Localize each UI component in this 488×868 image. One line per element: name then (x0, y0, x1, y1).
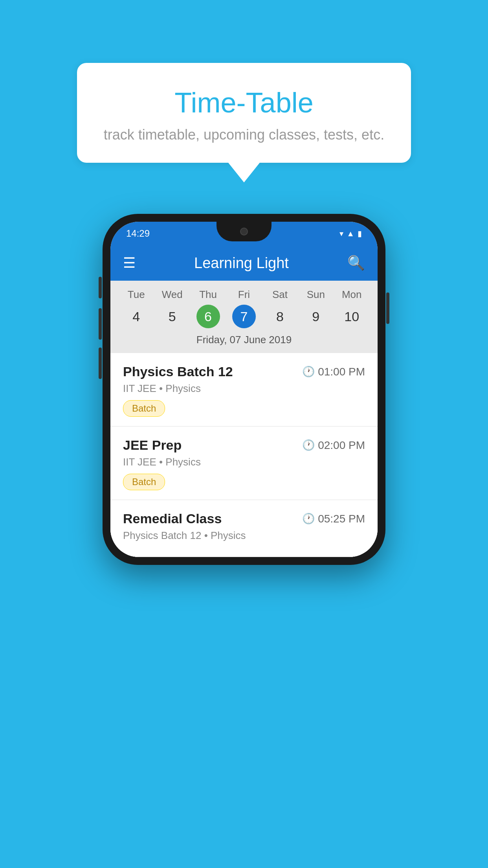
speech-bubble-container: Time-Table track timetable, upcoming cla… (77, 63, 411, 182)
clock-icon: 🕐 (302, 366, 315, 378)
clock-icon: 🕐 (302, 439, 315, 451)
schedule-item[interactable]: JEE Prep🕐02:00 PMIIT JEE • PhysicsBatch (110, 427, 378, 500)
phone-outer: 14:29 ▾ ▲ ▮ ☰ Learning Light 🔍 (103, 214, 385, 565)
day-number: 4 (125, 305, 148, 328)
day-name: Fri (238, 289, 250, 301)
schedule-item[interactable]: Physics Batch 12🕐01:00 PMIIT JEE • Physi… (110, 353, 378, 427)
schedule-time: 🕐05:25 PM (302, 513, 365, 525)
status-icons: ▾ ▲ ▮ (339, 229, 362, 238)
day-number: 8 (268, 305, 292, 328)
batch-badge: Batch (123, 474, 165, 490)
clock-icon: 🕐 (302, 513, 315, 525)
phone-mockup: 14:29 ▾ ▲ ▮ ☰ Learning Light 🔍 (103, 214, 385, 565)
day-col-tue[interactable]: Tue4 (125, 289, 148, 328)
schedule-meta: IIT JEE • Physics (123, 383, 365, 395)
day-name: Wed (162, 289, 183, 301)
schedule-meta: IIT JEE • Physics (123, 456, 365, 468)
schedule-item[interactable]: Remedial Class🕐05:25 PMPhysics Batch 12 … (110, 500, 378, 557)
schedule-title: Physics Batch 12 (123, 364, 233, 379)
speech-bubble: Time-Table track timetable, upcoming cla… (77, 63, 411, 163)
day-col-sun[interactable]: Sun9 (304, 289, 328, 328)
schedule-meta: Physics Batch 12 • Physics (123, 530, 365, 542)
schedule-item-header: Physics Batch 12🕐01:00 PM (123, 364, 365, 379)
day-number: 6 (196, 305, 220, 328)
calendar-strip: Tue4Wed5Thu6Fri7Sat8Sun9Mon10 Friday, 07… (110, 281, 378, 353)
day-number: 9 (304, 305, 328, 328)
day-name: Thu (199, 289, 217, 301)
schedule-time: 🕐01:00 PM (302, 366, 365, 378)
front-camera (240, 228, 248, 235)
day-col-wed[interactable]: Wed5 (160, 289, 184, 328)
day-number: 10 (340, 305, 363, 328)
phone-notch (216, 222, 272, 241)
days-row: Tue4Wed5Thu6Fri7Sat8Sun9Mon10 (110, 289, 378, 328)
wifi-icon: ▾ (339, 229, 343, 238)
schedule-title: JEE Prep (123, 438, 182, 453)
day-col-sat[interactable]: Sat8 (268, 289, 292, 328)
app-bar-title: Learning Light (136, 255, 347, 272)
selected-date-label: Friday, 07 June 2019 (110, 328, 378, 353)
bubble-subtitle: track timetable, upcoming classes, tests… (93, 127, 395, 143)
day-number: 5 (160, 305, 184, 328)
day-name: Mon (342, 289, 362, 301)
day-name: Sat (272, 289, 288, 301)
status-bar: 14:29 ▾ ▲ ▮ (110, 222, 378, 245)
day-number: 7 (232, 305, 256, 328)
phone-screen: 14:29 ▾ ▲ ▮ ☰ Learning Light 🔍 (110, 222, 378, 557)
bubble-arrow (228, 163, 260, 182)
day-name: Sun (307, 289, 325, 301)
schedule-time: 🕐02:00 PM (302, 439, 365, 452)
bubble-title: Time-Table (93, 86, 395, 119)
app-bar: ☰ Learning Light 🔍 (110, 245, 378, 281)
signal-icon: ▲ (347, 229, 354, 238)
side-button-left-vol-up (99, 308, 102, 340)
day-col-mon[interactable]: Mon10 (340, 289, 363, 328)
schedule-list: Physics Batch 12🕐01:00 PMIIT JEE • Physi… (110, 353, 378, 557)
batch-badge: Batch (123, 400, 165, 417)
schedule-item-header: JEE Prep🕐02:00 PM (123, 438, 365, 453)
day-name: Tue (128, 289, 145, 301)
day-col-thu[interactable]: Thu6 (196, 289, 220, 328)
schedule-title: Remedial Class (123, 511, 222, 526)
status-time: 14:29 (126, 228, 150, 239)
hamburger-icon[interactable]: ☰ (123, 255, 136, 271)
side-button-left-vol-down (99, 348, 102, 379)
schedule-item-header: Remedial Class🕐05:25 PM (123, 511, 365, 526)
search-icon[interactable]: 🔍 (347, 255, 365, 271)
battery-icon: ▮ (358, 229, 362, 238)
day-col-fri[interactable]: Fri7 (232, 289, 256, 328)
side-button-right (386, 292, 389, 324)
side-button-left-power (99, 277, 102, 298)
